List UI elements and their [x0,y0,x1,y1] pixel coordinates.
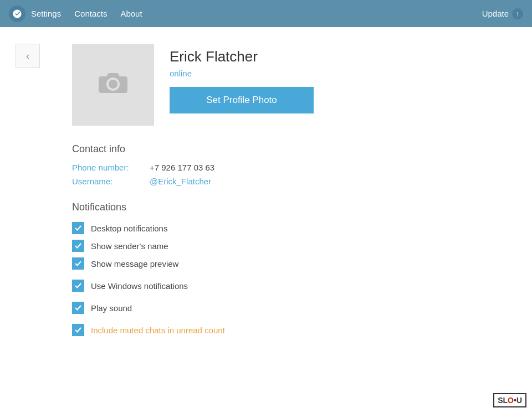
checkbox-desktop-notifications[interactable] [72,222,84,234]
main-content: ‹ Erick Flatcher online Set Profile Phot… [0,27,532,358]
profile-name: Erick Flatcher [170,48,314,65]
nav-links: Settings Contacts About [31,9,142,18]
notification-row-0: Desktop notifications [72,222,515,234]
checkbox-use-windows-notifications[interactable] [72,280,84,292]
checkbox-include-muted-chats[interactable] [72,324,84,336]
checkbox-play-sound-label: Play sound [91,303,132,313]
nav-contacts[interactable]: Contacts [74,9,107,18]
top-nav: Settings Contacts About Update ↑ [0,0,532,27]
phone-value: +7 926 177 03 63 [150,163,214,172]
notification-row-5: Include muted chats in unread count [72,324,515,336]
username-row: Username: @Erick_Flatcher [72,177,515,186]
phone-label: Phone number: [72,163,150,172]
contact-section: Contact info Phone number: +7 926 177 03… [72,143,515,186]
nav-right: Update ↑ [482,8,523,19]
nav-settings[interactable]: Settings [31,9,61,18]
notifications-title: Notifications [72,202,515,213]
notification-row-1: Show sender's name [72,240,515,252]
profile-info: Erick Flatcher online Set Profile Photo [170,44,314,113]
profile-status: online [170,69,314,78]
watermark-text: SLO•U [498,396,522,405]
notification-row-2: Show message preview [72,257,515,270]
checkbox-include-muted-chats-label: Include muted chats in unread count [91,326,225,335]
username-label: Username: [72,177,150,186]
notification-row-3: Use Windows notifications [72,280,515,292]
username-value[interactable]: @Erick_Flatcher [150,177,211,186]
notification-row-4: Play sound [72,302,515,314]
checkbox-desktop-notifications-label: Desktop notifications [91,224,167,233]
checkbox-use-windows-notifications-label: Use Windows notifications [91,281,188,291]
notifications-section: Notifications Desktop notifications Show… [72,202,515,336]
contact-info-title: Contact info [72,143,515,155]
checkbox-show-message-preview[interactable] [72,257,84,270]
checkbox-show-sender-name[interactable] [72,240,84,252]
back-button[interactable]: ‹ [16,44,40,68]
checkbox-show-message-preview-label: Show message preview [91,259,178,269]
avatar-container [72,44,154,126]
set-profile-photo-button[interactable]: Set Profile Photo [170,87,314,113]
back-icon: ‹ [26,50,29,62]
watermark: SLO•U [493,393,526,407]
camera-icon [96,69,130,101]
sidebar: ‹ [0,38,55,347]
update-button[interactable]: Update ↑ [482,8,523,19]
phone-row: Phone number: +7 926 177 03 63 [72,163,515,172]
profile-section: Erick Flatcher online Set Profile Photo … [55,38,532,347]
app-logo [9,6,25,22]
checkbox-play-sound[interactable] [72,302,84,314]
checkbox-show-sender-name-label: Show sender's name [91,241,168,251]
nav-about[interactable]: About [120,9,142,18]
update-arrow-icon: ↑ [512,8,523,19]
profile-header: Erick Flatcher online Set Profile Photo [72,44,515,126]
